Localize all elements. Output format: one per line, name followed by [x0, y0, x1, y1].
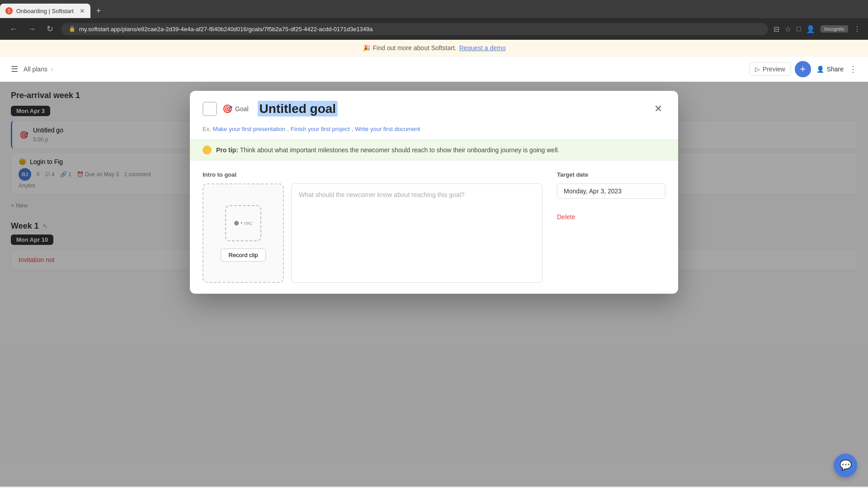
share-icon: 👤: [816, 66, 824, 73]
chat-icon: 💬: [840, 460, 852, 471]
breadcrumb-separator: ›: [51, 66, 53, 73]
hamburger-icon[interactable]: ☰: [11, 64, 18, 74]
goal-checkbox[interactable]: [203, 102, 217, 116]
goal-type-label: 🎯 Goal: [222, 104, 249, 114]
forward-button[interactable]: →: [25, 24, 38, 34]
modal-title[interactable]: Untitled goal: [258, 101, 338, 117]
notification-bar: 🎉 Find out more about Softstart. Request…: [0, 40, 868, 56]
target-date-label: Target date: [557, 171, 665, 178]
browser-tab[interactable]: S Onboarding | Softstart ✕: [0, 4, 90, 18]
delete-button[interactable]: Delete: [557, 213, 665, 221]
app-header: ☰ All plans › ▷ Preview + 👤 Share ⋮: [0, 56, 868, 82]
modal-close-button[interactable]: ✕: [651, 102, 665, 116]
examples-prefix: Ex.: [203, 126, 211, 132]
notification-text: Find out more about Softstart.: [373, 44, 457, 52]
rec-dot: [234, 221, 239, 225]
tab-title: Onboarding | Softstart: [16, 8, 74, 14]
more-options-button[interactable]: ⋮: [849, 64, 857, 74]
pro-tip-bar: Pro tip: Think about what important mile…: [190, 140, 678, 160]
add-button[interactable]: +: [795, 61, 811, 77]
goal-type-icon: 🎯: [222, 104, 232, 114]
share-label: Share: [827, 66, 844, 73]
preview-plus-area: ▷ Preview +: [749, 61, 811, 77]
browser-actions: ⊟ ☆ □ 👤 Incognito ⋮: [774, 25, 861, 33]
pro-tip-body: Think about what important milestones th…: [240, 146, 560, 154]
chat-button[interactable]: 💬: [834, 454, 857, 477]
pro-tip-bold: Pro tip:: [216, 146, 238, 154]
modal-overlay: 🎯 Goal Untitled goal ✕ Ex. Make your fir…: [0, 82, 868, 487]
record-clip-box[interactable]: • rec Record clip: [203, 183, 284, 283]
modal-body: Intro to goal • rec Record clip: [190, 160, 678, 294]
pro-tip-icon: [203, 145, 212, 155]
notification-emoji: 🎉: [363, 44, 370, 52]
modal-title-area[interactable]: Untitled goal: [258, 102, 646, 116]
target-date-section: Target date Monday, Apr 3, 2023 Delete: [557, 171, 665, 283]
breadcrumb: All plans ›: [24, 66, 53, 73]
url-text: my.softstart.app/plans/e82cae2a-2d39-4e4…: [79, 26, 373, 33]
rec-text: • rec: [241, 220, 252, 226]
breadcrumb-home[interactable]: All plans: [24, 66, 47, 73]
preview-button[interactable]: ▷ Preview: [749, 62, 791, 76]
lock-icon: 🔒: [69, 26, 75, 32]
tab-close-button[interactable]: ✕: [80, 7, 85, 14]
refresh-button[interactable]: ↻: [43, 24, 56, 34]
extension-icon[interactable]: □: [797, 25, 801, 33]
cast-icon[interactable]: ⊟: [774, 25, 779, 33]
incognito-badge: Incognito: [821, 25, 848, 33]
media-sections: • rec Record clip What should the newcom…: [203, 183, 542, 283]
goal-type-text: Goal: [235, 105, 249, 113]
intro-placeholder: What should the newcomer know about reac…: [299, 191, 465, 198]
modal-examples: Ex. Make your first presentation, Finish…: [190, 124, 678, 140]
preview-label: Preview: [763, 66, 785, 73]
example1-link[interactable]: Make your first presentation: [213, 126, 285, 132]
share-button[interactable]: 👤 Share: [816, 66, 844, 73]
bookmark-icon[interactable]: ☆: [785, 25, 791, 33]
back-button[interactable]: ←: [7, 24, 20, 34]
pro-tip-text: Pro tip: Think about what important mile…: [216, 146, 559, 154]
main-content: Pre-arrival week 1 Mon Apr 3 🎯 Untitled …: [0, 82, 868, 487]
goal-modal: 🎯 Goal Untitled goal ✕ Ex. Make your fir…: [190, 91, 678, 294]
url-bar[interactable]: 🔒 my.softstart.app/plans/e82cae2a-2d39-4…: [61, 23, 768, 35]
example3-link[interactable]: Write your first document: [355, 126, 420, 132]
example2-link[interactable]: Finish your first project: [291, 126, 350, 132]
profile-icon[interactable]: 👤: [806, 25, 815, 33]
notification-link[interactable]: Request a demo: [459, 44, 506, 52]
new-tab-button[interactable]: +: [92, 5, 105, 17]
intro-section: Intro to goal • rec Record clip: [203, 171, 542, 283]
intro-section-label: Intro to goal: [203, 171, 542, 178]
intro-textarea[interactable]: What should the newcomer know about reac…: [291, 183, 542, 283]
tab-favicon: S: [5, 7, 13, 14]
modal-header: 🎯 Goal Untitled goal ✕: [190, 91, 678, 124]
date-picker[interactable]: Monday, Apr 3, 2023: [557, 183, 665, 199]
menu-icon[interactable]: ⋮: [854, 25, 861, 33]
record-clip-button[interactable]: Record clip: [221, 249, 265, 262]
preview-icon: ▷: [755, 66, 760, 73]
rec-preview-icon: • rec: [225, 205, 261, 241]
